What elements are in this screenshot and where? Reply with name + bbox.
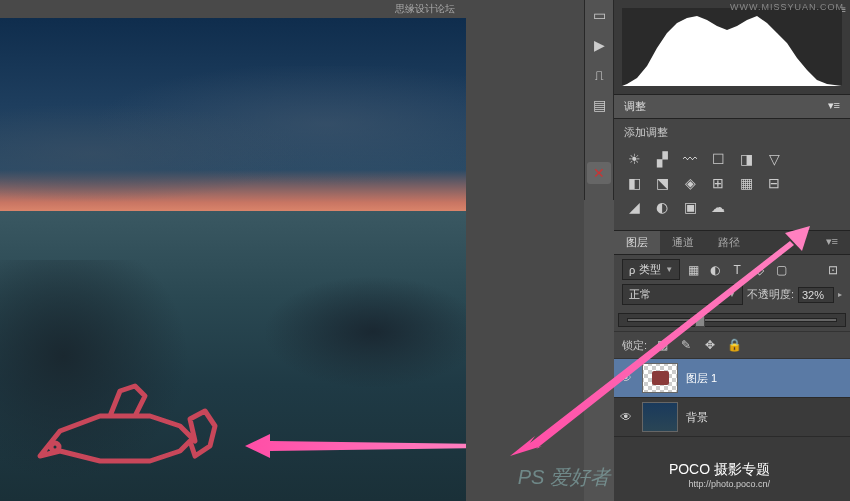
layer-controls: ρ 类型 ▼ ▦ ◐ T ◇ ▢ ⊡ 正常 ▼ 不透明度: xyxy=(614,255,850,313)
blend-mode-dropdown[interactable]: 正常 ▼ xyxy=(622,284,743,305)
bw-icon[interactable]: ◧ xyxy=(624,174,644,192)
threshold-icon[interactable]: ⊟ xyxy=(764,174,784,192)
blend-mode-value: 正常 xyxy=(629,287,651,302)
opacity-slider-thumb[interactable] xyxy=(695,315,705,327)
canvas-area xyxy=(0,0,584,501)
filter-adjustment-icon[interactable]: ◐ xyxy=(706,261,724,279)
filter-toggle-icon[interactable]: ⊡ xyxy=(824,261,842,279)
brand-url: http://photo.poco.cn/ xyxy=(669,479,770,489)
tab-channels[interactable]: 通道 xyxy=(660,231,706,254)
opacity-slider[interactable] xyxy=(627,318,837,322)
fish-annotation xyxy=(20,361,240,481)
pencil-tool[interactable]: ▤ xyxy=(585,90,613,120)
watermark-top-right: WWW.MISSYUAN.COM xyxy=(730,2,844,12)
play-tool[interactable]: ▶ xyxy=(585,30,613,60)
curves-icon[interactable]: 〰 xyxy=(680,150,700,168)
lock-brush-icon[interactable]: ✎ xyxy=(677,336,695,354)
lock-row: 锁定: ▨ ✎ ✥ 🔒 xyxy=(614,331,850,359)
brand-label: POCO 摄影专题 xyxy=(669,461,770,479)
lock-move-icon[interactable]: ✥ xyxy=(701,336,719,354)
layer-name-label[interactable]: 背景 xyxy=(686,410,708,425)
layers-tabs: 图层 通道 路径 ▾≡ xyxy=(614,231,850,255)
watermark-ps: PS 爱好者 xyxy=(518,464,610,491)
exposure-icon[interactable]: ☐ xyxy=(708,150,728,168)
layers-menu-icon[interactable]: ▾≡ xyxy=(814,231,850,254)
posterize-icon[interactable]: ▦ xyxy=(736,174,756,192)
histogram-display xyxy=(622,8,842,86)
chevron-down-icon: ▼ xyxy=(728,290,736,299)
arrow-horizontal xyxy=(245,431,466,461)
gradient-map-icon[interactable]: ◢ xyxy=(624,198,644,216)
selective-color-icon[interactable]: ◐ xyxy=(652,198,672,216)
chevron-down-icon: ▼ xyxy=(665,265,673,274)
tab-paths[interactable]: 路径 xyxy=(706,231,752,254)
filter-shape-icon[interactable]: ◇ xyxy=(750,261,768,279)
visibility-eye-icon[interactable]: 👁 xyxy=(620,371,634,385)
stamp-tool[interactable]: ⎍ xyxy=(585,60,613,90)
rocks-right xyxy=(233,260,466,405)
photo-filter-icon[interactable]: ⬔ xyxy=(652,174,672,192)
opacity-dropdown-icon[interactable]: ▸ xyxy=(838,290,842,299)
opacity-slider-popup xyxy=(618,313,846,327)
channel-mixer-icon[interactable]: ◈ xyxy=(680,174,700,192)
lock-label: 锁定: xyxy=(622,338,647,353)
brightness-icon[interactable]: ☀ xyxy=(624,150,644,168)
close-tool[interactable]: ✕ xyxy=(587,162,611,184)
adjustments-tab[interactable]: 调整 ▾≡ xyxy=(614,95,850,119)
histogram-panel: ▾≡ xyxy=(614,0,850,95)
hue-icon[interactable]: ▽ xyxy=(764,150,784,168)
filter-label: 类型 xyxy=(639,262,661,277)
color-lookup-icon[interactable]: ⊞ xyxy=(708,174,728,192)
image-canvas[interactable] xyxy=(0,18,466,501)
vibrance-icon[interactable]: ◨ xyxy=(736,150,756,168)
layer-item[interactable]: 👁 背景 xyxy=(614,398,850,437)
filter-text-icon[interactable]: T xyxy=(728,261,746,279)
watermark-brand: POCO 摄影专题 http://photo.poco.cn/ xyxy=(669,461,770,489)
panel-menu-icon[interactable]: ▾≡ xyxy=(828,99,840,114)
levels-icon[interactable]: ▞ xyxy=(652,150,672,168)
adjustment-icons: ☀ ▞ 〰 ☐ ◨ ▽ ◧ ⬔ ◈ ⊞ ▦ ⊟ ◢ ◐ ▣ ☁ xyxy=(614,146,850,230)
vertical-toolbar: ▭ ▶ ⎍ ▤ ✕ xyxy=(584,0,614,200)
adjustments-panel: 调整 ▾≡ 添加调整 ☀ ▞ 〰 ☐ ◨ ▽ ◧ ⬔ ◈ ⊞ ▦ ⊟ ◢ xyxy=(614,95,850,231)
layer-item[interactable]: 👁 图层 1 xyxy=(614,359,850,398)
opacity-label: 不透明度: xyxy=(747,287,794,302)
clouds-region xyxy=(0,66,466,211)
watermark-top: 思缘设计论坛 xyxy=(395,2,455,16)
layer-name-label[interactable]: 图层 1 xyxy=(686,371,717,386)
lock-all-icon[interactable]: 🔒 xyxy=(725,336,743,354)
add-adjustment-label: 添加调整 xyxy=(614,119,850,146)
screen-tool[interactable]: ▭ xyxy=(585,0,613,30)
visibility-eye-icon[interactable]: 👁 xyxy=(620,410,634,424)
tab-layers[interactable]: 图层 xyxy=(614,231,660,254)
opacity-input[interactable] xyxy=(798,287,834,303)
adjustments-tab-label: 调整 xyxy=(624,99,646,114)
filter-type-dropdown[interactable]: ρ 类型 ▼ xyxy=(622,259,680,280)
layer-thumbnail[interactable] xyxy=(642,402,678,432)
pattern-icon[interactable]: ☁ xyxy=(708,198,728,216)
layer-thumbnail[interactable] xyxy=(642,363,678,393)
right-panel: ▾≡ 调整 ▾≡ 添加调整 ☀ ▞ 〰 ☐ ◨ ▽ ◧ ⬔ ◈ xyxy=(614,0,850,501)
filter-image-icon[interactable]: ▦ xyxy=(684,261,702,279)
color-fill-icon[interactable]: ▣ xyxy=(680,198,700,216)
filter-smart-icon[interactable]: ▢ xyxy=(772,261,790,279)
lock-transparent-icon[interactable]: ▨ xyxy=(653,336,671,354)
